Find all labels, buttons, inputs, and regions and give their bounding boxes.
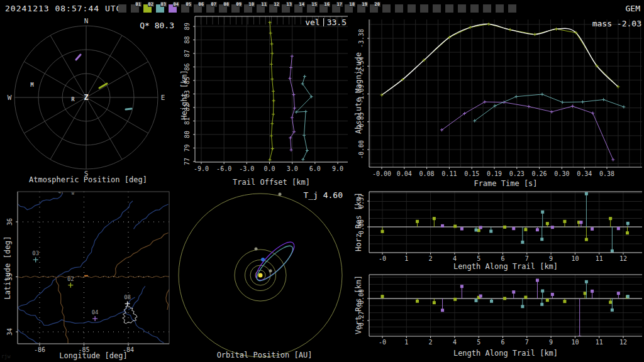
shower-code-label: GEM — [626, 4, 640, 13]
frame-number-label: 01 — [135, 2, 142, 7]
svg-text:5: 5 — [477, 339, 480, 346]
frame-number-label: 19 — [362, 2, 368, 7]
frame-indicator-16: 16 — [319, 4, 328, 13]
frame-indicator-x27 — [458, 4, 466, 13]
svg-text:0.04: 0.04 — [397, 170, 412, 177]
svg-text:11: 11 — [596, 339, 603, 346]
frame-indicator-11: 11 — [257, 4, 265, 13]
frame-number-label: 13 — [286, 2, 292, 7]
svg-text:-6.0: -6.0 — [216, 165, 231, 172]
light-curve-plot: -0.000.040.080.110.150.190.230.260.300.3… — [352, 16, 644, 187]
svg-text:0.19: 0.19 — [487, 170, 502, 177]
frame-number-label: 05 — [186, 2, 192, 7]
mag-series-purple — [440, 101, 614, 162]
frame-indicator-18: 18 — [345, 4, 353, 13]
svg-text:02: 02 — [67, 276, 74, 282]
frame-indicator-06: 06 — [194, 4, 202, 13]
frame-indicator-08: 08 — [219, 4, 227, 13]
svg-text:6.0: 6.0 — [309, 165, 321, 172]
svg-text:0.30: 0.30 — [554, 170, 569, 177]
frame-indicator-05: 05 — [181, 4, 189, 13]
svg-text:9: 9 — [549, 339, 553, 346]
frame-indicator-07: 07 — [206, 4, 214, 13]
frame-indicator-x0 — [118, 4, 126, 13]
frame-number-label: 17 — [336, 2, 343, 7]
frame-indicator-x28 — [470, 4, 479, 13]
frame-indicator-x26 — [445, 4, 453, 13]
svg-text:89: 89 — [184, 23, 191, 30]
frame-number-label: 02 — [148, 2, 154, 7]
trail-offset-plot: -9.0-6.0-3.00.03.06.09.08988878685838281… — [176, 15, 352, 189]
svg-text:0.0: 0.0 — [264, 165, 275, 172]
meteor-monitor-screen: 20241213 08:57:44 UTC 010203040506070809… — [0, 0, 644, 362]
svg-text:N: N — [84, 18, 89, 25]
vertical-residuals-panel: -01245679101112-0.00-0.27 Length Along T… — [352, 272, 644, 362]
frame-number-label: 07 — [211, 2, 217, 7]
frame-indicator-13: 13 — [282, 4, 290, 13]
trail-offset-panel: -9.0-6.0-3.00.03.06.09.08988878685838281… — [176, 15, 352, 189]
svg-text:W: W — [8, 94, 12, 102]
svg-text:88: 88 — [184, 36, 191, 43]
horz-xaxis-title: Length Along Trail [km] — [369, 262, 642, 271]
horz-yaxis-title: Horz Res [km] — [354, 178, 363, 266]
svg-text:03: 03 — [32, 250, 39, 256]
map-stations: 03020408 — [32, 250, 131, 321]
mag-yaxis-title: Absolute Magnitude — [354, 30, 363, 156]
trail-xaxis-title: Trail Offset [km] — [195, 178, 348, 187]
svg-text:7: 7 — [525, 339, 529, 346]
map-yaxis-title: Latitude [deg] — [3, 224, 12, 312]
frame-indicator-x21 — [382, 4, 391, 13]
frame-number-label: 09 — [236, 2, 242, 7]
map-xaxis-title: Longitude [deg] — [18, 351, 169, 360]
frame-number-label: 12 — [274, 2, 280, 7]
sky-plot-title: Atmospheric Position [deg] — [0, 175, 176, 184]
orbit-plot — [176, 187, 353, 362]
frame-indicator-x30 — [496, 4, 504, 13]
velocity-label: vel — [305, 18, 319, 27]
mag-series-teal — [473, 93, 625, 123]
frame-number-label: 06 — [198, 2, 204, 7]
frame-indicator-04: 04 — [169, 4, 177, 13]
divider — [323, 18, 324, 26]
frame-indicator-02: 02 — [143, 4, 152, 13]
frame-indicator-03: 03 — [156, 4, 164, 13]
horizontal-residuals-panel: -012456791011120.370.00 Length Along Tra… — [352, 187, 644, 272]
frame-number-label: 15 — [311, 2, 318, 7]
svg-text:11: 11 — [596, 255, 603, 262]
svg-text:1: 1 — [404, 255, 408, 262]
svg-text:08: 08 — [124, 294, 131, 300]
svg-text:2: 2 — [429, 339, 433, 346]
frame-number-label: 20 — [374, 2, 380, 7]
svg-text:9.0: 9.0 — [332, 165, 343, 172]
svg-text:0.15: 0.15 — [464, 170, 479, 177]
frame-number-label: 14 — [299, 2, 305, 7]
top-status-bar: 20241213 08:57:44 UTC 010203040506070809… — [0, 0, 644, 17]
frame-indicator-10: 10 — [244, 4, 252, 13]
svg-text:4: 4 — [453, 255, 457, 262]
svg-text:-3.0: -3.0 — [239, 165, 254, 172]
svg-text:0.23: 0.23 — [509, 170, 525, 177]
mag-grid — [369, 19, 642, 167]
svg-text:79: 79 — [184, 144, 191, 151]
frame-indicator-15: 15 — [307, 4, 315, 13]
svg-text:0.38: 0.38 — [599, 170, 614, 177]
frame-indicator-x29 — [483, 4, 491, 13]
frame-indicator-17: 17 — [332, 4, 340, 13]
svg-text:9: 9 — [549, 255, 553, 262]
frame-indicator-x24 — [420, 4, 428, 13]
res-points — [381, 278, 630, 339]
frame-indicator-19: 19 — [357, 4, 365, 13]
frame-number-label: 10 — [248, 2, 255, 7]
svg-text:10: 10 — [571, 339, 579, 346]
velocity-readout: vel33.5 — [305, 18, 347, 27]
svg-text:12: 12 — [619, 339, 627, 346]
svg-text:34: 34 — [6, 328, 13, 336]
mag-xaxis-title: Frame Time [s] — [369, 179, 642, 188]
horizontal-residuals-plot: -012456791011120.370.00 — [352, 187, 644, 272]
frame-number-label: 16 — [324, 2, 330, 7]
frame-number-label: 08 — [223, 2, 230, 7]
orbit-plot-title: Orbital Position [AU] — [176, 351, 353, 359]
frame-indicator-x22 — [395, 4, 403, 13]
svg-text:77: 77 — [184, 158, 191, 165]
mass-readout: mass -2.03 — [592, 19, 641, 28]
